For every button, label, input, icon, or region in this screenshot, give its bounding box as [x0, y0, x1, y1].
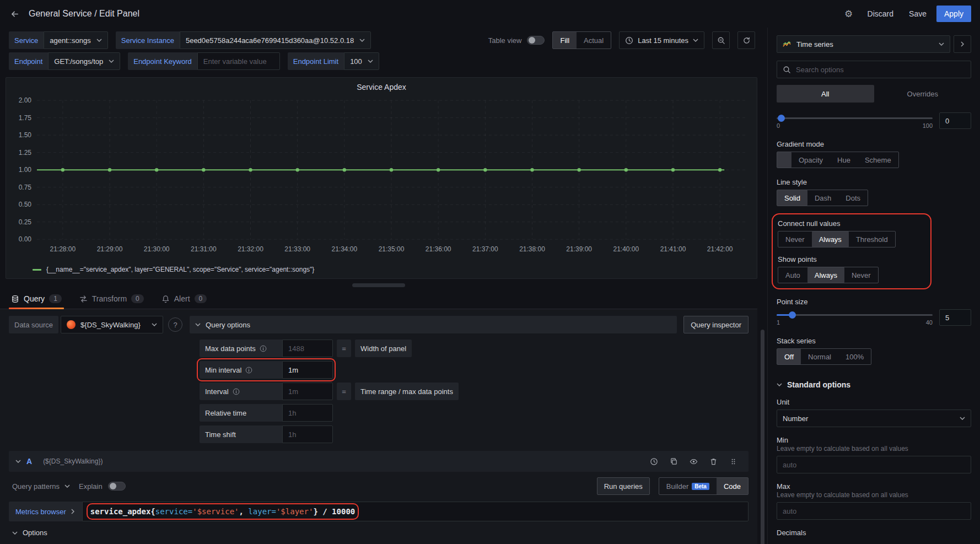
gradient-hue-option[interactable]: Hue	[830, 152, 858, 168]
service-variable-dropdown[interactable]: agent::songs	[44, 31, 107, 49]
tab-alert[interactable]: Alert 0	[159, 294, 209, 309]
show-points-auto-option[interactable]: Auto	[778, 267, 807, 283]
slider-rail[interactable]	[777, 314, 933, 316]
gradient-scheme-option[interactable]: Scheme	[858, 152, 898, 168]
query-options-title: Query options	[206, 321, 250, 329]
metrics-browser-button[interactable]: Metrics browser	[9, 502, 82, 521]
panel-resize-handle[interactable]	[352, 283, 405, 287]
collapse-options-pane-button[interactable]	[954, 35, 971, 53]
query-patterns-dropdown[interactable]: Query patterns	[12, 482, 70, 491]
copy-icon	[670, 457, 678, 466]
connect-null-threshold-option[interactable]: Threshold	[849, 231, 895, 247]
tab-query[interactable]: Query 1	[9, 294, 64, 309]
max-data-points-input[interactable]: 1488	[282, 340, 333, 357]
query-options-collapse[interactable]: Options	[9, 521, 749, 544]
service-instance-variable-dropdown[interactable]: 5eed0e5758a244aca6e7699415d360aa@10.52.0…	[180, 31, 371, 49]
tab-all[interactable]: All	[777, 85, 874, 103]
chevron-right-icon	[961, 41, 964, 47]
standard-options-section[interactable]: Standard options	[777, 380, 971, 389]
show-points-always-option[interactable]: Always	[807, 267, 844, 283]
fill-opacity-value[interactable]: 0	[939, 112, 971, 129]
apdex-line-chart[interactable]: 0.000.250.500.751.001.251.501.752.0021:2…	[6, 93, 757, 265]
line-style-dots-option[interactable]: Dots	[838, 190, 868, 206]
duplicate-query-button[interactable]	[665, 453, 682, 470]
time-shift-input[interactable]: 1h	[282, 425, 333, 443]
back-button[interactable]	[6, 5, 23, 23]
gradient-none-option[interactable]	[777, 152, 791, 168]
info-icon	[233, 388, 240, 395]
tab-overrides[interactable]: Overrides	[874, 85, 972, 103]
disable-query-button[interactable]	[685, 453, 702, 470]
data-source-help-icon[interactable]: ?	[168, 317, 182, 332]
interval-input[interactable]: 1m	[282, 383, 333, 400]
connect-null-never-option[interactable]: Never	[778, 231, 812, 247]
min-interval-input[interactable]: 1m	[282, 361, 333, 379]
connect-null-always-option[interactable]: Always	[812, 231, 849, 247]
time-series-icon	[783, 40, 791, 49]
stack-normal-option[interactable]: Normal	[801, 349, 838, 364]
apply-button[interactable]: Apply	[936, 6, 971, 22]
builder-option[interactable]: Builder Beta	[659, 478, 717, 494]
line-style-dash-option[interactable]: Dash	[807, 190, 838, 206]
time-range-picker[interactable]: Last 15 minutes	[619, 31, 704, 49]
promql-expression-input[interactable]: service_apdex{service='$service', layer=…	[82, 502, 749, 521]
query-history-button[interactable]	[645, 453, 663, 470]
slider-handle[interactable]	[789, 311, 796, 319]
zoom-out-button[interactable]	[712, 31, 730, 49]
discard-button[interactable]: Discard	[862, 6, 899, 21]
fill-opacity-slider[interactable]: 0 100	[777, 112, 933, 131]
main-panel-area: Service agent::songs Service Instance 5e…	[0, 28, 767, 544]
relative-time-input[interactable]: 1h	[282, 404, 333, 422]
delete-query-button[interactable]	[704, 453, 722, 470]
min-input[interactable]	[777, 456, 971, 473]
chart-legend[interactable]: {__name__="service_apdex", layer="GENERA…	[6, 265, 757, 278]
trash-icon	[709, 457, 718, 466]
refresh-button[interactable]	[737, 31, 755, 49]
gradient-opacity-option[interactable]: Opacity	[791, 152, 830, 168]
drag-query-handle[interactable]	[724, 453, 742, 470]
visualization-header: Time series	[777, 35, 971, 53]
data-source-picker[interactable]: ${DS_SkyWalking}	[61, 316, 163, 333]
endpoint-keyword-input[interactable]	[197, 52, 280, 70]
panel-settings-button[interactable]: ⚙	[840, 5, 858, 23]
query-inspector-button[interactable]: Query inspector	[683, 316, 749, 333]
code-option[interactable]: Code	[717, 478, 748, 494]
unit-select[interactable]: Number	[777, 410, 971, 427]
point-size-value[interactable]: 5	[939, 309, 971, 326]
endpoint-limit-dropdown[interactable]: 100	[344, 52, 379, 70]
explain-toggle[interactable]	[108, 482, 126, 491]
options-search-input[interactable]	[796, 66, 965, 74]
slider-handle[interactable]	[778, 115, 785, 122]
tab-transform[interactable]: Transform 0	[77, 294, 146, 309]
query-editor: Data source ${DS_SkyWalking} ? Query opt…	[0, 309, 757, 544]
show-points-never-option[interactable]: Never	[844, 267, 878, 283]
chevron-down-icon	[12, 531, 18, 535]
stack-100-option[interactable]: 100%	[838, 349, 871, 364]
endpoint-variable: Endpoint GET:/songs/top	[9, 52, 120, 70]
decimals-field: Decimals	[777, 529, 971, 537]
max-input[interactable]	[777, 502, 971, 520]
line-style-solid-option[interactable]: Solid	[777, 190, 807, 206]
endpoint-variable-dropdown[interactable]: GET:/songs/top	[48, 52, 120, 70]
main-scrollbar[interactable]	[761, 330, 764, 544]
fill-option[interactable]: Fill	[553, 32, 577, 49]
actual-option[interactable]: Actual	[577, 32, 611, 49]
builder-code-toggle: Builder Beta Code	[659, 477, 749, 495]
bell-icon	[161, 295, 170, 303]
table-view-toggle[interactable]	[527, 36, 545, 45]
table-view-label: Table view	[488, 36, 522, 45]
save-button[interactable]: Save	[903, 6, 932, 21]
point-size-slider[interactable]: 1 40	[777, 309, 933, 328]
query-options-header[interactable]: Query options	[190, 316, 677, 333]
promql-expression: service_apdex{service='$service', layer=…	[90, 507, 355, 516]
visualization-picker[interactable]: Time series	[777, 35, 950, 53]
info-icon	[245, 367, 252, 374]
explain-label: Explain	[79, 482, 103, 491]
run-queries-button[interactable]: Run queries	[597, 477, 650, 495]
point-size-field: Point size 1 40 5	[777, 298, 971, 328]
slider-rail[interactable]	[777, 117, 933, 119]
refresh-icon	[742, 36, 751, 45]
query-a-header[interactable]: A (${DS_SkyWalking})	[9, 451, 749, 472]
stack-off-option[interactable]: Off	[777, 349, 801, 364]
stack-series-group: Off Normal 100%	[777, 348, 871, 365]
